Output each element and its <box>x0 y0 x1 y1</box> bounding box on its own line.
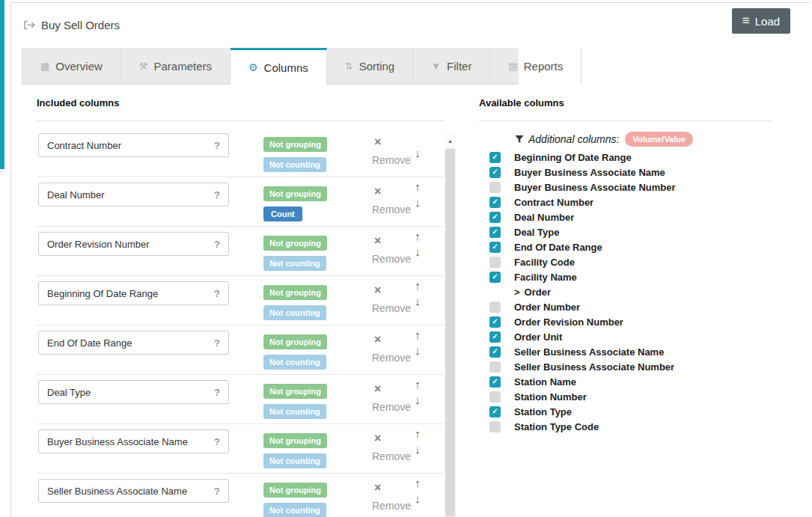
available-column-item: ✓ > Contract Number <box>479 195 801 209</box>
available-column-label[interactable]: Deal Number <box>514 212 574 223</box>
available-column-label[interactable]: End Of Date Range <box>514 242 602 253</box>
grouping-badge[interactable]: Not grouping <box>263 285 327 300</box>
available-column-label[interactable]: Contract Number <box>514 197 593 208</box>
tab-overview[interactable]: ▦ Overview <box>22 48 121 84</box>
scrollbar[interactable]: ▲ <box>445 134 456 517</box>
help-icon[interactable]: ? <box>214 337 220 349</box>
available-column-label[interactable]: Facility Name <box>514 272 577 283</box>
move-down-button[interactable]: ↓ <box>409 492 426 506</box>
help-icon[interactable]: ? <box>214 288 220 299</box>
checkbox[interactable]: ✓ <box>489 421 501 432</box>
move-up-button[interactable]: ↑ <box>409 328 426 342</box>
counting-badge[interactable]: Not counting <box>263 256 326 271</box>
grouping-badge[interactable]: Not grouping <box>263 186 327 201</box>
counting-badge[interactable]: Not counting <box>263 453 326 468</box>
column-name-field[interactable]: Beginning Of Date Range ? <box>38 281 229 305</box>
available-column-label[interactable]: Buyer Business Associate Name <box>514 167 665 178</box>
grouping-badge[interactable]: Not grouping <box>263 433 327 448</box>
column-name-field[interactable]: Deal Type ? <box>38 380 229 404</box>
scrollbar-thumb[interactable] <box>445 149 455 516</box>
move-down-button[interactable]: ↓ <box>409 295 426 308</box>
checkbox[interactable]: ✓ <box>489 346 501 358</box>
checkbox[interactable]: ✓ <box>489 197 501 208</box>
grouping-badge[interactable]: Not grouping <box>263 334 327 349</box>
tab-filter[interactable]: ▼ Filter <box>413 48 490 84</box>
move-down-button[interactable]: ↓ <box>409 443 426 456</box>
checkbox[interactable]: ✓ <box>489 152 501 163</box>
counting-badge[interactable]: Not counting <box>263 503 326 517</box>
load-button[interactable]: ≡ Load <box>732 8 790 34</box>
grouping-badge[interactable]: Not grouping <box>263 384 327 399</box>
additional-columns-filter[interactable]: Additional columns: Volume/Value <box>515 132 693 147</box>
checkbox[interactable]: ✓ <box>489 406 501 417</box>
available-column-label[interactable]: Beginning Of Date Range <box>514 152 632 163</box>
checkbox[interactable]: ✓ <box>489 242 501 253</box>
checkbox[interactable]: ✓ <box>489 212 501 223</box>
checkbox[interactable]: ✓ <box>489 272 501 283</box>
move-down-button[interactable]: ↓ <box>409 196 426 209</box>
counting-badge[interactable]: Not counting <box>263 157 326 172</box>
available-column-label[interactable]: Buyer Business Associate Number <box>514 182 676 193</box>
move-down-button[interactable]: ↓ <box>409 245 426 259</box>
counting-badge[interactable]: Not counting <box>263 355 326 370</box>
available-column-label[interactable]: Station Type <box>514 406 572 417</box>
move-up-button[interactable]: ↑ <box>409 378 426 391</box>
checkbox[interactable]: ✓ <box>489 302 501 313</box>
checkbox[interactable]: ✓ <box>489 331 501 343</box>
help-icon[interactable]: ? <box>214 387 220 398</box>
available-column-label[interactable]: Deal Type <box>514 227 559 238</box>
checkbox[interactable]: ✓ <box>489 316 501 328</box>
available-column-label[interactable]: Order Unit <box>514 331 562 343</box>
checkbox[interactable]: ✓ <box>489 361 501 373</box>
move-down-button[interactable]: ↓ <box>409 344 426 358</box>
help-icon[interactable]: ? <box>214 436 220 447</box>
available-column-label[interactable]: Seller Business Associate Name <box>514 346 664 358</box>
help-icon[interactable]: ? <box>214 239 220 250</box>
checkbox[interactable]: ✓ <box>489 257 501 268</box>
checkbox[interactable]: ✓ <box>489 376 501 388</box>
available-column-label[interactable]: Order Revision Number <box>514 316 623 328</box>
counting-badge[interactable]: Count <box>263 207 302 221</box>
column-name-field[interactable]: Deal Number ? <box>38 183 229 207</box>
checkbox[interactable]: ✓ <box>489 227 501 238</box>
checkbox[interactable]: ✓ <box>489 167 501 178</box>
move-down-button[interactable]: ↓ <box>409 394 426 407</box>
checkbox[interactable]: ✓ <box>489 182 501 193</box>
help-icon[interactable]: ? <box>214 189 220 201</box>
available-column-label[interactable]: Facility Code <box>514 257 575 268</box>
column-name-field[interactable]: Order Revision Number ? <box>38 232 229 256</box>
tab-parameters[interactable]: ⚒ Parameters <box>121 48 231 84</box>
grouping-badge[interactable]: Not grouping <box>263 236 327 251</box>
check-icon: ✓ <box>492 348 498 355</box>
help-icon[interactable]: ? <box>214 140 220 151</box>
counting-badge[interactable]: Not counting <box>263 305 326 320</box>
move-up-button[interactable]: ↑ <box>409 477 426 490</box>
available-column-label[interactable]: Order <box>525 287 551 298</box>
available-column-label[interactable]: Station Type Code <box>514 421 599 432</box>
tab-columns[interactable]: ⚙ Columns <box>231 48 327 85</box>
grouping-badge[interactable]: Not grouping <box>263 137 327 152</box>
volume-value-badge[interactable]: Volume/Value <box>625 132 693 147</box>
move-up-button[interactable]: ↑ <box>409 230 426 243</box>
move-up-button[interactable]: ↑ <box>409 427 426 441</box>
scroll-up-button[interactable]: ▲ <box>445 134 456 147</box>
column-name-field[interactable]: End Of Date Range ? <box>38 331 229 355</box>
column-name-field[interactable]: Buyer Business Associate Name ? <box>38 429 229 453</box>
tab-reports[interactable]: ▤ Reports <box>490 48 581 84</box>
counting-badge[interactable]: Not counting <box>263 404 326 419</box>
tab-sorting[interactable]: ⇅ Sorting <box>327 48 413 84</box>
move-up-button[interactable]: ↑ <box>409 279 426 293</box>
move-down-button[interactable]: ↓ <box>409 147 426 160</box>
checkbox[interactable]: ✓ <box>489 391 501 403</box>
chevron-right-icon[interactable]: > <box>514 287 520 298</box>
available-column-label[interactable]: Station Name <box>514 376 576 388</box>
available-column-label[interactable]: Station Number <box>514 391 587 403</box>
available-column-label[interactable]: Seller Business Associate Number <box>514 361 674 373</box>
included-columns-heading: Included columns <box>37 97 120 108</box>
available-column-label[interactable]: Order Number <box>514 302 580 313</box>
column-name-field[interactable]: Contract Number ? <box>38 133 229 157</box>
column-name-field[interactable]: Seller Business Associate Name ? <box>38 479 229 503</box>
help-icon[interactable]: ? <box>214 486 220 497</box>
grouping-badge[interactable]: Not grouping <box>263 483 327 498</box>
move-up-button[interactable]: ↑ <box>409 180 426 194</box>
